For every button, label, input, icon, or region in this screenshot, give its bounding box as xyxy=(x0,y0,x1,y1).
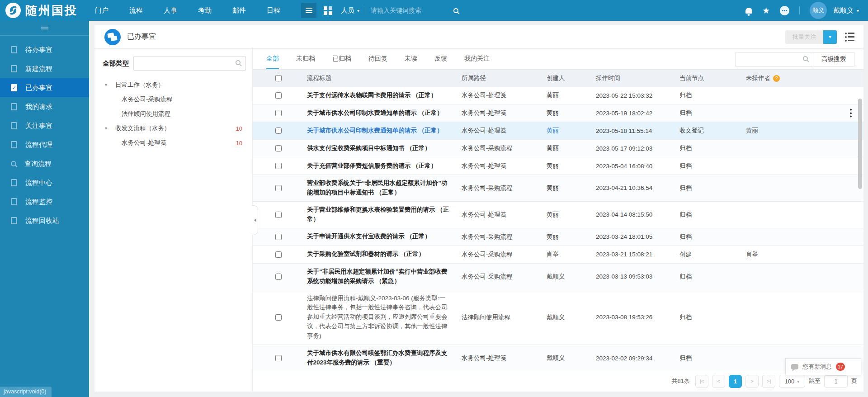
search-icon[interactable] xyxy=(453,8,458,13)
apps-grid-icon[interactable] xyxy=(321,4,335,17)
row-creator-link[interactable]: 肖举 xyxy=(547,251,559,258)
row-title-link[interactable]: 关于申请开通供水支付宝收费的请示 （正常） xyxy=(307,233,431,240)
table-row[interactable]: 法律顾问使用流程-戴顺义-2023-03-06 (服务类型:一般性法律事务，包括… xyxy=(253,290,863,345)
row-creator-link[interactable]: 黄丽 xyxy=(547,145,559,151)
row-creator-link[interactable]: 黄丽 xyxy=(547,233,559,240)
nav-menu-item[interactable]: 流程 xyxy=(129,6,143,15)
table-row[interactable]: 关于支付远传水表物联网卡费用的请示 （正常） 水务公司-处理笺 黄丽 2023-… xyxy=(253,87,863,104)
row-creator-link[interactable]: 黄丽 xyxy=(547,211,559,218)
tree-node[interactable]: ▼ 水务公司-采购流程 xyxy=(103,92,246,107)
table-search-input[interactable] xyxy=(736,52,813,66)
user-avatar[interactable]: 顺义 xyxy=(810,2,827,19)
row-title-link[interactable]: 关于城市供水公司印制水费通知单的请示 （正常） xyxy=(307,109,443,116)
table-row[interactable]: 关于充值营业部催费短信服务费的请示 （正常） 水务公司-处理笺 黄丽 2023-… xyxy=(253,157,863,175)
search-scope-dropdown[interactable]: 人员 ▾ xyxy=(341,6,359,15)
filter-tab[interactable]: 未读 xyxy=(405,49,417,69)
row-title-link[interactable]: 关于城市供水公司印制水费通知单的请示 （正常） xyxy=(307,127,443,134)
row-title-link[interactable]: 营业部收费系统关于“非居民用水超定额累计加价”功能增加的项目中标通知书 （正常） xyxy=(307,180,448,196)
table-row[interactable]: 关于城市供水有限公司续签鄂汇办水费查询程序及支付2023年服务费的请示 （重要）… xyxy=(253,345,863,371)
filter-tab[interactable]: 未归档 xyxy=(296,49,315,69)
row-title-link[interactable]: 供水支付宝收费采购项目中标通知书 （正常） xyxy=(307,145,431,151)
row-checkbox[interactable] xyxy=(275,274,282,280)
notifications-bell-icon[interactable] xyxy=(745,8,752,14)
table-row[interactable]: 供水支付宝收费采购项目中标通知书 （正常） 水务公司-采购流程 黄丽 2023-… xyxy=(253,140,863,157)
filter-tab[interactable]: 待回复 xyxy=(368,49,387,69)
row-checkbox[interactable] xyxy=(275,185,282,191)
vertical-scrollbar[interactable] xyxy=(858,99,862,189)
tree-node[interactable]: ▼ 日常工作（水务） xyxy=(103,78,246,92)
row-creator-link[interactable]: 黄丽 xyxy=(547,109,559,116)
nav-menu-item[interactable]: 考勤 xyxy=(198,6,212,15)
row-title-link[interactable]: 关于“非居民用水超定额累计加价”实行中营业部收费系统功能增加的采购请示 （紧急） xyxy=(307,268,448,284)
table-row[interactable]: 关于“非居民用水超定额累计加价”实行中营业部收费系统功能增加的采购请示 （紧急）… xyxy=(253,264,863,290)
row-checkbox[interactable] xyxy=(275,145,282,151)
sidebar-item[interactable]: ✓ 查询流程 xyxy=(0,154,89,173)
tree-caret-icon[interactable]: ▼ xyxy=(103,126,115,131)
nav-menu-item[interactable]: 日程 xyxy=(267,6,280,15)
sidebar-collapse-icon[interactable] xyxy=(0,21,89,36)
list-view-icon[interactable] xyxy=(845,33,854,42)
table-row[interactable]: 关于申请开通供水支付宝收费的请示 （正常） 水务公司-采购流程 黄丽 2023-… xyxy=(253,228,863,246)
filter-tab[interactable]: 我的关注 xyxy=(464,49,490,69)
row-checkbox[interactable] xyxy=(275,110,282,116)
table-row[interactable]: 营业部收费系统关于“非居民用水超定额累计加价”功能增加的项目中标通知书 （正常）… xyxy=(253,175,863,202)
row-title-link[interactable]: 关于充值营业部催费短信服务费的请示 （正常） xyxy=(307,162,437,169)
table-row[interactable]: 关于城市供水公司印制水费通知单的请示 （正常） 水务公司-处理笺 黄丽 2023… xyxy=(253,122,863,140)
table-row[interactable]: 关于采购化验室试剂和器材的请示 （正常） 水务公司-采购流程 肖举 2023-0… xyxy=(253,246,863,264)
filter-tab[interactable]: 已归档 xyxy=(332,49,351,69)
pane-collapse-handle[interactable] xyxy=(252,205,258,235)
sidebar-item[interactable]: ✓ 流程中心 xyxy=(0,173,89,192)
last-page-button[interactable]: >| xyxy=(762,375,775,388)
sidebar-item[interactable]: ✓ 关注事宜 xyxy=(0,116,89,135)
row-checkbox[interactable] xyxy=(275,251,282,258)
row-checkbox[interactable] xyxy=(275,128,282,134)
sidebar-item[interactable]: ✓ 流程监控 xyxy=(0,192,89,211)
nav-menu-item[interactable]: 人事 xyxy=(164,6,177,15)
row-checkbox[interactable] xyxy=(275,314,282,321)
row-actions-kebab-icon[interactable] xyxy=(848,107,854,119)
sidebar-item[interactable]: ✓ 已办事宜 xyxy=(0,78,89,97)
nav-menu-item[interactable]: 门户 xyxy=(95,6,108,15)
nav-menu-item[interactable]: 邮件 xyxy=(232,6,246,15)
row-creator-link[interactable]: 戴顺义 xyxy=(547,314,565,321)
sidebar-item[interactable]: ✓ 我的请求 xyxy=(0,97,89,116)
batch-follow-dropdown[interactable]: ▾ xyxy=(823,30,837,44)
new-message-popup[interactable]: 您有新消息 17 xyxy=(785,358,861,375)
next-page-button[interactable]: > xyxy=(745,375,759,388)
row-creator-link[interactable]: 黄丽 xyxy=(547,162,559,169)
user-menu[interactable]: 戴顺义 ▾ xyxy=(833,6,859,15)
row-creator-link[interactable]: 戴顺义 xyxy=(547,273,565,280)
row-checkbox[interactable] xyxy=(275,212,282,218)
type-filter-input[interactable] xyxy=(133,56,246,71)
filter-tab[interactable]: 反馈 xyxy=(434,49,447,69)
sidebar-item[interactable]: ✓ 待办事宜 xyxy=(0,40,89,59)
row-checkbox[interactable] xyxy=(275,92,282,99)
row-creator-link[interactable]: 戴顺义 xyxy=(547,354,565,361)
row-checkbox[interactable] xyxy=(275,355,282,361)
global-search-input[interactable] xyxy=(371,7,450,14)
row-title-link[interactable]: 关于营业部维修和更换水表检验装置费用的请示 （正常） xyxy=(307,206,449,222)
row-creator-link[interactable]: 黄丽 xyxy=(547,127,559,134)
row-checkbox[interactable] xyxy=(275,234,282,240)
tree-node[interactable]: ▼ 收发文流程（水务） 10 xyxy=(103,121,246,136)
sidebar-item[interactable]: ✓ 流程代理 xyxy=(0,135,89,154)
modules-menu-icon[interactable] xyxy=(301,3,316,18)
tree-caret-icon[interactable]: ▼ xyxy=(103,83,115,87)
filter-tab[interactable]: 全部 xyxy=(266,49,279,69)
row-creator-link[interactable]: 黄丽 xyxy=(547,184,559,191)
batch-follow-button[interactable]: 批量关注 xyxy=(785,30,823,44)
row-title-link[interactable]: 关于支付远传水表物联网卡费用的请示 （正常） xyxy=(307,92,437,99)
help-icon[interactable]: ? xyxy=(773,75,780,82)
row-title-link[interactable]: 法律顾问使用流程-戴顺义-2023-03-06 (服务类型:一般性法律事务，包括… xyxy=(307,295,448,340)
page-size-select[interactable]: 100 ▾ xyxy=(779,375,805,388)
prev-page-button[interactable]: < xyxy=(712,375,725,388)
row-checkbox[interactable] xyxy=(275,163,282,169)
table-row[interactable]: 关于营业部维修和更换水表检验装置费用的请示 （正常） 水务公司-处理笺 黄丽 2… xyxy=(253,202,863,228)
favorites-star-icon[interactable]: ★ xyxy=(762,6,770,15)
more-options-icon[interactable]: ⋯ xyxy=(780,6,789,15)
sidebar-item[interactable]: ✓ 新建流程 xyxy=(0,59,89,78)
row-title-link[interactable]: 关于采购化验室试剂和器材的请示 （正常） xyxy=(307,250,425,257)
tree-node[interactable]: ▼ 法律顾问使用流程 xyxy=(103,107,246,121)
current-page-button[interactable]: 1 xyxy=(729,375,742,388)
advanced-search-button[interactable]: 高级搜索 xyxy=(813,52,854,66)
